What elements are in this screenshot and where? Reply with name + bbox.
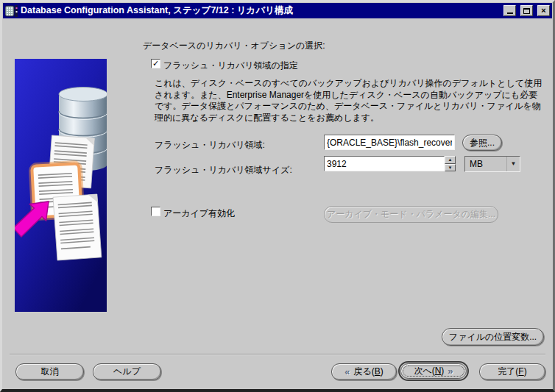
flash-recovery-area-input[interactable] xyxy=(324,135,455,150)
finish-button[interactable]: 完了(F) xyxy=(479,363,545,380)
help-button[interactable]: ヘルプ xyxy=(93,363,161,380)
minimize-button[interactable] xyxy=(503,5,516,16)
back-button-label: 戻る(B) xyxy=(353,366,383,378)
size-unit-dropdown[interactable]: MB ▼ xyxy=(464,156,520,172)
next-button[interactable]: 次へ(N) » xyxy=(400,363,467,379)
double-chevron-left-icon: « xyxy=(344,367,350,377)
cancel-button[interactable]: 取消 xyxy=(15,363,84,380)
next-button-label: 次へ(N) xyxy=(414,365,444,377)
file-location-variables-button[interactable]: ファイルの位置変数... xyxy=(442,328,544,346)
file-location-variables-label: ファイルの位置変数... xyxy=(449,331,537,343)
edit-archive-mode-params-button: アーカイブ・モード・パラメータの編集... xyxy=(324,206,498,223)
maximize-button[interactable] xyxy=(520,5,533,16)
recovery-illustration xyxy=(15,59,107,312)
minimize-icon xyxy=(507,13,513,14)
help-button-label: ヘルプ xyxy=(113,366,141,378)
spinner-up-button[interactable]: ▲ xyxy=(445,156,456,164)
flash-recovery-size-label: フラッシュ・リカバリ領域サイズ: xyxy=(155,164,292,177)
window-title: Database Configuration Assistant, ステップ7/… xyxy=(21,4,501,17)
browse-button-label: 参照... xyxy=(470,137,495,149)
close-icon: × xyxy=(541,7,545,15)
title-bar: Database Configuration Assistant, ステップ7/… xyxy=(3,3,552,18)
size-spinner: ▲ ▼ xyxy=(445,156,456,171)
maximize-icon xyxy=(523,8,530,14)
dbca-wizard-window: Database Configuration Assistant, ステップ7/… xyxy=(0,0,555,392)
spinner-down-button[interactable]: ▼ xyxy=(445,164,456,172)
chevron-up-icon: ▲ xyxy=(448,157,453,162)
flash-recovery-area-label: フラッシュ・リカバリ領域: xyxy=(155,139,265,152)
dbca-app-icon xyxy=(5,5,18,17)
flash-recovery-checkbox-label[interactable]: フラッシュ・リカバリ領域の指定 xyxy=(163,60,298,72)
footer-separator xyxy=(10,354,545,354)
cancel-button-label: 取消 xyxy=(41,366,59,378)
archive-checkbox-label[interactable]: アーカイブ有効化 xyxy=(163,207,235,220)
finish-button-label: 完了(F) xyxy=(498,366,526,378)
close-button[interactable]: × xyxy=(537,5,550,16)
size-unit-value: MB xyxy=(465,159,506,169)
flash-recovery-size-input[interactable] xyxy=(324,156,445,171)
document-icon xyxy=(53,194,102,260)
archive-checkbox[interactable] xyxy=(151,207,160,216)
flash-recovery-checkbox[interactable]: ✓ xyxy=(151,59,160,68)
next-button-default-ring: 次へ(N) » xyxy=(398,361,469,381)
browse-button[interactable]: 参照... xyxy=(462,135,502,151)
edit-archive-mode-params-label: アーカイブ・モード・パラメータの編集... xyxy=(327,208,495,221)
chevron-down-icon: ▼ xyxy=(448,165,453,170)
check-icon: ✓ xyxy=(152,59,159,68)
flash-recovery-description: これは、ディスク・ベースのすべてのバックアップおよびリカバリ操作のデフォルトとし… xyxy=(155,78,542,124)
back-button[interactable]: « 戻る(B) xyxy=(331,363,397,380)
page-title: データベースのリカバリ・オプションの選択: xyxy=(143,40,325,52)
double-chevron-right-icon: » xyxy=(448,366,453,376)
chevron-down-icon: ▼ xyxy=(506,157,520,171)
